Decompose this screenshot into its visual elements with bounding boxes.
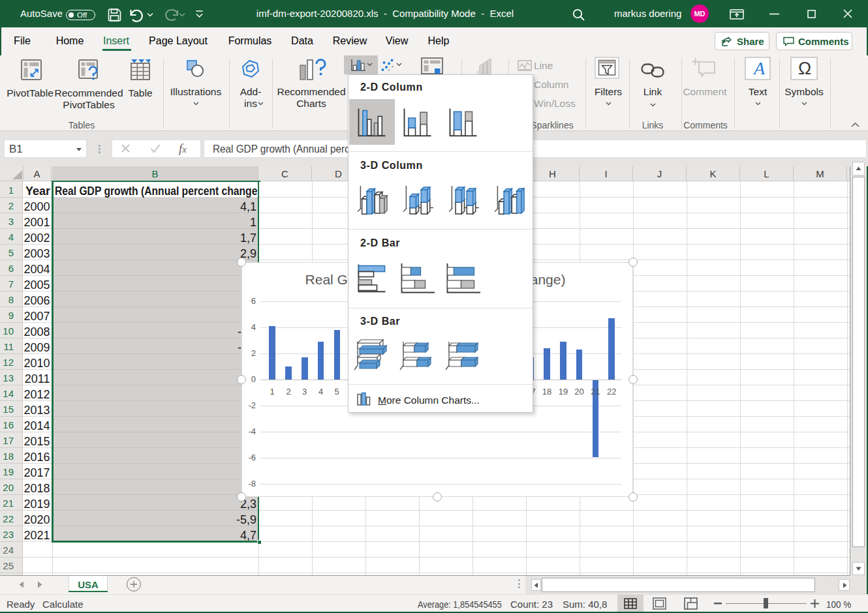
svg-text:A: A bbox=[752, 58, 766, 78]
svg-text:Ω: Ω bbox=[798, 59, 811, 78]
